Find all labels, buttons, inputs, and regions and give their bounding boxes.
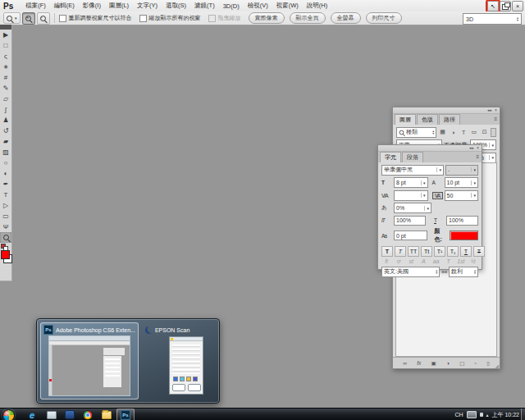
resize-windows-checkbox[interactable]: 重新調整視窗尺寸以符合: [59, 14, 132, 22]
menu-view[interactable]: 檢視(V): [244, 2, 272, 10]
strikethrough-button[interactable]: T: [473, 246, 485, 257]
tool-preset-picker[interactable]: ▾: [3, 12, 21, 24]
photoshop-taskbar-button[interactable]: Ps: [116, 409, 135, 420]
tsume-select[interactable]: 0% ▾: [394, 203, 431, 213]
hand-tool[interactable]: Ψ: [0, 221, 11, 232]
menu-window[interactable]: 視窗(W): [272, 2, 303, 10]
language-indicator[interactable]: CH: [454, 412, 463, 418]
filter-smart-object-icon[interactable]: ⊡: [480, 129, 489, 135]
workspace-select[interactable]: 3D ▴▾: [463, 13, 522, 25]
chrome-button[interactable]: [83, 410, 93, 419]
vertical-scale-field[interactable]: 100%: [394, 216, 426, 226]
small-caps-button[interactable]: Tt: [421, 246, 432, 257]
fit-screen-button[interactable]: 顯示全頁: [290, 12, 326, 24]
tab-paragraph[interactable]: 段落: [402, 152, 423, 162]
preview-epson-scan[interactable]: EPSON Scan: [142, 322, 229, 399]
photoshop-window-thumbnail[interactable]: [48, 336, 130, 396]
kerning-select[interactable]: ▾: [394, 190, 428, 201]
start-button[interactable]: [2, 409, 15, 420]
filter-adjustment-icon[interactable]: ◑: [449, 130, 458, 135]
horizontal-scale-field[interactable]: 100%: [446, 216, 478, 226]
clone-stamp-tool[interactable]: ♟: [0, 115, 11, 126]
font-size-select[interactable]: 8 pt ▾: [394, 177, 428, 188]
panel-menu-icon[interactable]: ≡: [476, 154, 479, 159]
layer-filter-select[interactable]: 種類 ▴▾: [396, 127, 436, 138]
healing-brush-tool[interactable]: ▱: [0, 94, 11, 104]
epson-window-thumbnail[interactable]: [145, 336, 226, 395]
shape-tool[interactable]: ▭: [0, 211, 11, 221]
panel-menu-icon[interactable]: ≡: [494, 116, 497, 121]
windows-explorer-button[interactable]: [47, 410, 57, 419]
zoom-out-button[interactable]: -: [37, 12, 50, 25]
minimize-button[interactable]: ↖: [487, 1, 499, 11]
menu-help[interactable]: 說明(H): [303, 2, 331, 10]
foreground-color-swatch[interactable]: [1, 250, 10, 259]
crop-tool[interactable]: #: [0, 72, 11, 83]
layers-panel-grip[interactable]: ◂◂ ×: [393, 107, 500, 114]
clock[interactable]: 上午 10:22: [492, 411, 519, 419]
move-tool[interactable]: ▶: [0, 30, 11, 40]
delete-layer-icon[interactable]: ▯: [486, 360, 490, 367]
layer-mask-icon[interactable]: ▣: [431, 360, 436, 367]
layer-effects-icon[interactable]: fx: [417, 360, 421, 366]
tray-app-icon[interactable]: [480, 413, 483, 417]
filter-shape-icon[interactable]: ▭: [470, 129, 479, 135]
menu-layer[interactable]: 圖層(L): [105, 2, 133, 10]
close-icon[interactable]: ×: [477, 146, 479, 150]
blue-app-button[interactable]: [65, 410, 75, 419]
faux-italic-button[interactable]: T: [395, 246, 406, 257]
close-icon[interactable]: ×: [495, 108, 497, 112]
dodge-tool[interactable]: ◐: [0, 168, 11, 179]
leading-select[interactable]: 10 pt ▾: [445, 177, 479, 188]
text-color-swatch[interactable]: [450, 231, 478, 240]
collapse-icon[interactable]: ◂◂: [469, 146, 473, 150]
tab-paths[interactable]: 路徑: [439, 114, 460, 125]
restore-button[interactable]: [500, 1, 511, 11]
underline-button[interactable]: T: [460, 246, 472, 257]
preview-photoshop[interactable]: Ps Adobe Photoshop CS6 Exten...: [40, 322, 139, 399]
subscript-button[interactable]: T₁: [447, 246, 459, 257]
path-selection-tool[interactable]: ▷: [0, 200, 11, 211]
actual-pixels-button[interactable]: 實際像素: [249, 12, 285, 24]
antialias-select[interactable]: 銳利 ▴▾: [449, 267, 478, 277]
filter-type-icon[interactable]: T: [459, 130, 468, 135]
fill-screen-button[interactable]: 全螢幕: [331, 12, 361, 24]
faux-bold-button[interactable]: T: [381, 246, 393, 257]
character-panel-grip[interactable]: ◂◂ ×: [378, 145, 482, 152]
adjustment-layer-icon[interactable]: ◑: [446, 360, 450, 366]
baseline-shift-field[interactable]: 0 pt: [394, 231, 427, 240]
menu-edit[interactable]: 編輯(E): [50, 2, 79, 10]
eraser-tool[interactable]: ▰: [0, 136, 11, 147]
marquee-tool[interactable]: □: [0, 40, 11, 51]
lasso-tool[interactable]: ς: [0, 51, 11, 62]
blur-tool[interactable]: ○: [0, 158, 11, 168]
menu-3d[interactable]: 3D(D): [219, 2, 244, 10]
menu-select[interactable]: 選取(S): [162, 2, 190, 10]
gradient-tool[interactable]: ▨: [0, 147, 11, 158]
print-size-button[interactable]: 列印尺寸: [366, 12, 402, 24]
brush-tool[interactable]: ʃ: [0, 104, 11, 115]
link-layers-icon[interactable]: ∞: [403, 360, 407, 366]
layer-group-icon[interactable]: ▢: [459, 360, 464, 367]
zoom-all-windows-checkbox[interactable]: 縮放顯示所有的視窗: [139, 14, 201, 22]
collapse-icon[interactable]: ◂◂: [487, 108, 491, 112]
menu-image[interactable]: 影像(I): [79, 2, 105, 10]
filter-pixel-icon[interactable]: ▦: [438, 129, 447, 135]
quick-selection-tool[interactable]: ∗: [0, 62, 11, 72]
menu-type[interactable]: 文字(Y): [133, 2, 162, 10]
new-layer-icon[interactable]: ▫: [475, 360, 477, 366]
pen-tool[interactable]: ✒: [0, 179, 11, 189]
tab-layers[interactable]: 圖層: [395, 114, 416, 125]
folder-button[interactable]: [102, 410, 112, 419]
menu-filter[interactable]: 濾鏡(T): [190, 2, 219, 10]
internet-explorer-button[interactable]: e: [27, 410, 37, 419]
resize-grip-icon[interactable]: ◢: [495, 363, 499, 368]
eyedropper-tool[interactable]: ✎: [0, 83, 11, 94]
font-family-select[interactable]: 華康儷中黑 ▾: [381, 165, 444, 176]
tab-character[interactable]: 字元: [380, 152, 401, 162]
language-select[interactable]: 英文:美國 ▴▾: [381, 267, 440, 277]
tracking-select[interactable]: 50 ▾: [445, 190, 479, 201]
show-desktop-button[interactable]: [521, 409, 525, 420]
type-tool[interactable]: T: [0, 189, 11, 200]
show-hidden-icons[interactable]: ▴: [486, 412, 489, 418]
